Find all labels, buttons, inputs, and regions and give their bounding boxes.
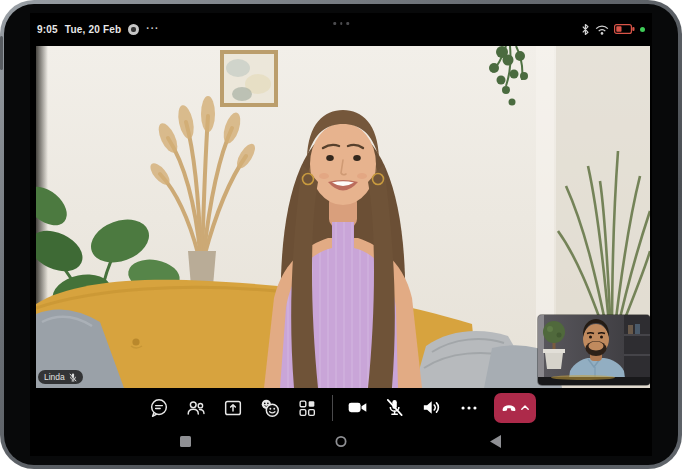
framed-art — [220, 50, 278, 107]
share-screen-button[interactable] — [221, 396, 245, 420]
ellipsis-icon — [458, 397, 480, 419]
back-button[interactable] — [483, 429, 507, 453]
reactions-button[interactable] — [258, 396, 282, 420]
participant-name: Linda — [44, 372, 65, 382]
self-view-scene — [538, 315, 650, 385]
apps-button[interactable] — [295, 396, 319, 420]
android-nav-bar — [30, 426, 652, 456]
status-time: 9:05 — [37, 24, 58, 35]
home-button[interactable] — [329, 429, 353, 453]
screen: 9:05 Tue, 20 Feb ··· — [30, 13, 652, 456]
speaker-button[interactable] — [420, 396, 444, 420]
control-divider — [332, 395, 333, 421]
hang-up-button[interactable] — [494, 393, 536, 423]
circle-icon — [335, 434, 347, 449]
remote-video-feed[interactable]: Linda — [36, 46, 650, 388]
camera-toggle-button[interactable] — [346, 396, 370, 420]
call-control-bar — [30, 389, 652, 426]
front-camera-dots — [333, 22, 349, 25]
notification-app-icon — [128, 24, 139, 35]
self-view-video[interactable] — [538, 315, 650, 385]
hang-up-phone-icon — [500, 399, 518, 417]
chevron-up-icon — [521, 405, 529, 410]
more-options-button[interactable] — [457, 396, 481, 420]
chat-button[interactable] — [147, 396, 171, 420]
chat-bubble-icon — [148, 397, 170, 419]
bluetooth-icon — [581, 23, 590, 36]
participants-button[interactable] — [184, 396, 208, 420]
status-more-indicator: ··· — [146, 24, 159, 34]
speaker-icon — [420, 396, 443, 419]
mic-toggle-button[interactable] — [383, 396, 407, 420]
status-bar-right — [581, 23, 647, 36]
people-icon — [185, 397, 207, 419]
tablet-device: 9:05 Tue, 20 Feb ··· — [0, 0, 682, 469]
participant-name-badge: Linda — [38, 370, 83, 384]
reactions-smileys-icon — [259, 397, 281, 419]
video-camera-icon — [346, 396, 369, 419]
mic-muted-icon — [383, 396, 406, 419]
apps-grid-icon — [296, 397, 318, 419]
muted-mic-icon — [69, 373, 77, 382]
status-bar-left: 9:05 Tue, 20 Feb ··· — [35, 24, 159, 35]
square-icon — [180, 436, 191, 447]
battery-low-icon — [614, 23, 635, 35]
share-tray-icon — [222, 397, 244, 419]
camera-active-indicator — [640, 27, 645, 32]
recents-button[interactable] — [173, 429, 197, 453]
status-date: Tue, 20 Feb — [65, 24, 121, 35]
triangle-left-icon — [490, 435, 501, 448]
volume-button — [0, 36, 3, 70]
wifi-icon — [595, 24, 609, 35]
